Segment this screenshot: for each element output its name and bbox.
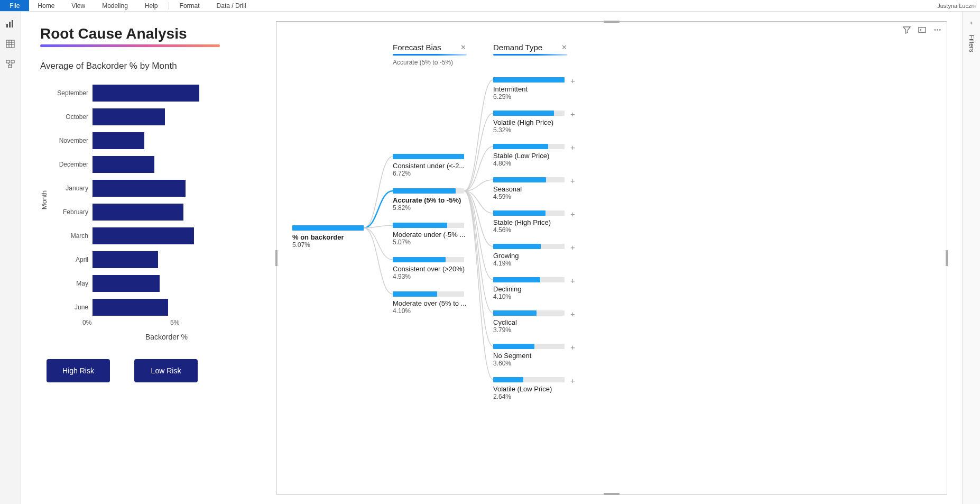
- expand-node-icon[interactable]: +: [570, 209, 575, 218]
- bar-fill: [93, 204, 183, 221]
- node-bar-fill: [493, 377, 523, 382]
- bar-category-label: June: [51, 304, 93, 311]
- bar-track: [93, 132, 230, 149]
- bar-row[interactable]: September: [51, 81, 261, 105]
- bar-row[interactable]: May: [51, 271, 261, 295]
- expand-node-icon[interactable]: +: [570, 276, 575, 285]
- expand-node-icon[interactable]: +: [570, 109, 575, 118]
- expand-node-icon[interactable]: +: [570, 343, 575, 352]
- model-view-icon[interactable]: [6, 59, 15, 69]
- chart-title: Average of Backorder % by Month: [40, 61, 261, 71]
- more-options-icon[interactable]: [933, 26, 941, 35]
- bar-fill: [93, 275, 160, 292]
- report-view-icon[interactable]: [6, 19, 15, 29]
- expand-node-icon[interactable]: +: [570, 143, 575, 152]
- bar-category-label: February: [51, 208, 93, 216]
- bar-category-label: December: [51, 161, 93, 168]
- tab-help[interactable]: Help: [136, 1, 167, 11]
- bar-row[interactable]: January: [51, 176, 261, 200]
- ribbon: File Home View Modeling Help Format Data…: [0, 0, 980, 12]
- low-risk-button[interactable]: Low Risk: [134, 359, 198, 382]
- tree-node[interactable]: Declining4.10%+: [493, 277, 565, 300]
- x-axis-ticks: 0% 5%: [86, 319, 223, 329]
- expand-node-icon[interactable]: +: [570, 376, 575, 385]
- tree-node[interactable]: Seasonal4.59%+: [493, 177, 565, 200]
- tree-node[interactable]: Stable (Low Price)4.80%+: [493, 144, 565, 167]
- resize-handle-left[interactable]: [275, 250, 278, 266]
- expand-node-icon[interactable]: +: [570, 176, 575, 185]
- tree-node[interactable]: Stable (High Price)4.56%+: [493, 210, 565, 234]
- node-value: 5.82%: [393, 204, 464, 212]
- expand-node-icon[interactable]: +: [570, 309, 575, 318]
- report-canvas: Root Cause Analysis Average of Backorder…: [21, 12, 962, 504]
- node-value: 6.25%: [493, 93, 565, 100]
- node-bar: [393, 188, 464, 194]
- bar-track: [93, 275, 230, 292]
- col1-remove-icon[interactable]: ✕: [460, 43, 466, 51]
- tab-data-drill[interactable]: Data / Drill: [208, 1, 255, 11]
- svg-rect-0: [6, 24, 8, 28]
- tab-format[interactable]: Format: [171, 1, 208, 11]
- bar-category-label: November: [51, 137, 93, 144]
- expand-filters-icon[interactable]: ‹: [970, 19, 973, 26]
- node-bar: [393, 257, 464, 262]
- file-tab[interactable]: File: [0, 0, 29, 11]
- bar-category-label: September: [51, 89, 93, 97]
- bar-fill: [93, 299, 168, 316]
- node-label: Volatile (Low Price): [493, 385, 565, 393]
- user-label: Justyna Luczni: [937, 3, 976, 9]
- bar-chart[interactable]: Month SeptemberOctoberNovemberDecemberJa…: [40, 81, 261, 319]
- node-bar: [493, 144, 565, 149]
- bar-row[interactable]: June: [51, 295, 261, 319]
- tree-node[interactable]: Moderate over (5% to ...4.10%: [393, 291, 466, 315]
- tab-home[interactable]: Home: [29, 1, 63, 11]
- node-bar: [493, 177, 565, 182]
- bar-row[interactable]: November: [51, 129, 261, 152]
- expand-node-icon[interactable]: +: [570, 243, 575, 252]
- bar-row[interactable]: December: [51, 152, 261, 176]
- expand-node-icon[interactable]: +: [570, 76, 575, 85]
- root-cause-card: Root Cause Analysis Average of Backorder…: [36, 21, 263, 494]
- tree-node[interactable]: Moderate under (-5% ...5.07%: [393, 223, 465, 246]
- tree-node[interactable]: Growing4.19%+: [493, 244, 565, 267]
- y-axis-label: Month: [40, 190, 48, 209]
- tree-node[interactable]: Volatile (Low Price)2.64%+: [493, 377, 565, 400]
- filters-pane-collapsed[interactable]: ‹ Filters: [962, 12, 980, 504]
- node-label: Moderate over (5% to ...: [393, 299, 466, 307]
- bar-row[interactable]: April: [51, 248, 261, 271]
- node-bar-fill: [493, 244, 541, 249]
- tree-node[interactable]: Volatile (High Price)5.32%+: [493, 111, 565, 134]
- node-bar-fill: [493, 177, 546, 182]
- tree-node[interactable]: No Segment3.60%+: [493, 344, 565, 367]
- tree-node[interactable]: Consistent over (>20%)4.93%: [393, 257, 465, 280]
- node-label: No Segment: [493, 352, 565, 360]
- bar-category-label: April: [51, 256, 93, 263]
- tab-modeling[interactable]: Modeling: [94, 1, 136, 11]
- tree-node[interactable]: Accurate (5% to -5%)5.82%: [393, 188, 464, 212]
- col2-remove-icon[interactable]: ✕: [561, 43, 567, 51]
- bar-fill: [93, 156, 154, 173]
- tree-node[interactable]: Cyclical3.79%+: [493, 310, 565, 334]
- tree-node[interactable]: Intermittent6.25%+: [493, 77, 565, 100]
- node-bar-fill: [393, 154, 464, 159]
- high-risk-button[interactable]: High Risk: [47, 359, 110, 382]
- data-view-icon[interactable]: [6, 39, 15, 49]
- node-bar: [393, 291, 464, 297]
- x-tick-1: 5%: [170, 319, 179, 326]
- node-value: 4.59%: [493, 193, 565, 200]
- tab-view[interactable]: View: [63, 1, 94, 11]
- bar-row[interactable]: February: [51, 200, 261, 224]
- node-bar: [493, 310, 565, 316]
- bar-row[interactable]: March: [51, 224, 261, 248]
- decomposition-tree-visual[interactable]: Forecast Bias ✕ Accurate (5% to -5%) Dem…: [276, 21, 947, 494]
- tree-node[interactable]: Consistent under (<-2...6.72%: [393, 154, 465, 177]
- focus-mode-icon[interactable]: [918, 26, 926, 35]
- resize-handle-right[interactable]: [946, 250, 948, 266]
- svg-rect-1: [9, 22, 11, 28]
- bar-track: [93, 180, 230, 197]
- tree-node[interactable]: % on backorder5.07%: [292, 225, 364, 249]
- node-label: Volatile (High Price): [493, 118, 565, 126]
- bar-row[interactable]: October: [51, 105, 261, 129]
- filter-icon[interactable]: [903, 26, 911, 35]
- svg-rect-9: [11, 60, 14, 63]
